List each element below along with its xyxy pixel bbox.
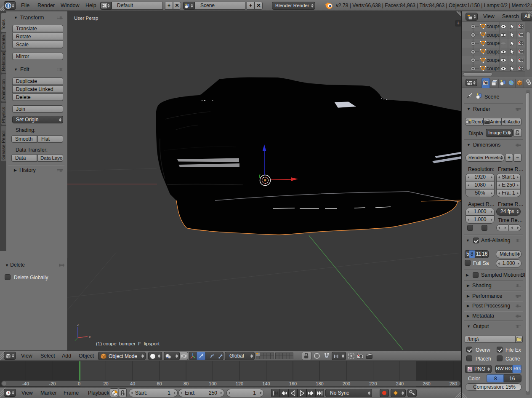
svg-text:140: 140 bbox=[262, 381, 270, 386]
svg-text:220: 220 bbox=[369, 381, 377, 386]
svg-text:120: 120 bbox=[236, 381, 243, 386]
svg-text:-40: -40 bbox=[22, 381, 29, 386]
svg-text:160: 160 bbox=[289, 381, 297, 386]
svg-text:x: x bbox=[89, 335, 91, 339]
svg-text:0: 0 bbox=[78, 381, 80, 386]
svg-text:80: 80 bbox=[184, 381, 189, 386]
svg-text:100: 100 bbox=[209, 381, 216, 386]
svg-text:280: 280 bbox=[450, 381, 457, 386]
svg-text:60: 60 bbox=[157, 381, 162, 386]
svg-text:40: 40 bbox=[130, 381, 135, 386]
svg-text:-20: -20 bbox=[49, 381, 56, 386]
svg-text:z: z bbox=[77, 323, 79, 327]
svg-text:260: 260 bbox=[423, 381, 430, 386]
svg-text:20: 20 bbox=[103, 381, 108, 386]
svg-text:200: 200 bbox=[343, 381, 350, 386]
svg-text:240: 240 bbox=[396, 381, 404, 386]
svg-text:180: 180 bbox=[316, 381, 323, 386]
